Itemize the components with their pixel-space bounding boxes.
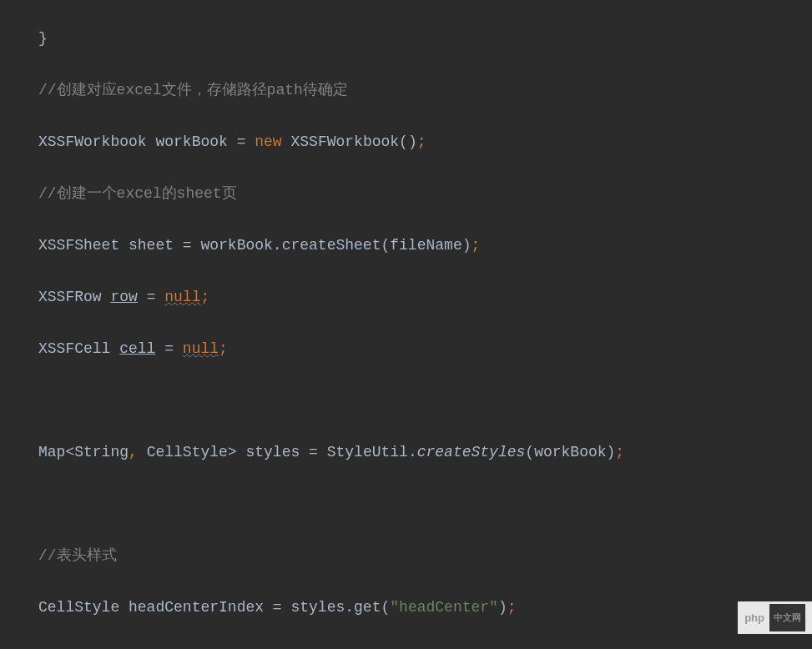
code-line: XSSFSheet sheet = workBook.createSheet(f… <box>38 233 812 259</box>
code-line <box>38 491 812 517</box>
code-line: XSSFRow row = null; <box>38 284 812 310</box>
code-line <box>38 388 812 414</box>
code-line: XSSFWorkbook workBook = new XSSFWorkbook… <box>38 129 812 155</box>
code-line: //创建对应excel文件，存储路径path待确定 <box>38 78 812 103</box>
code-line: //创建一个excel的sheet页 <box>38 181 812 207</box>
watermark-cn: 中文网 <box>769 604 805 631</box>
code-line: //表头样式 <box>38 543 812 569</box>
code-line: XSSFCell cell = null; <box>38 336 812 362</box>
watermark: php 中文网 <box>738 601 812 634</box>
code-line: CellStyle headCenterIndex = styles.get("… <box>38 595 812 621</box>
code-editor: } //创建对应excel文件，存储路径path待确定 XSSFWorkbook… <box>0 0 812 649</box>
code-line: } <box>38 26 812 52</box>
code-line: Map<String, CellStyle> styles = StyleUti… <box>38 440 812 465</box>
watermark-brand: php <box>744 605 764 631</box>
